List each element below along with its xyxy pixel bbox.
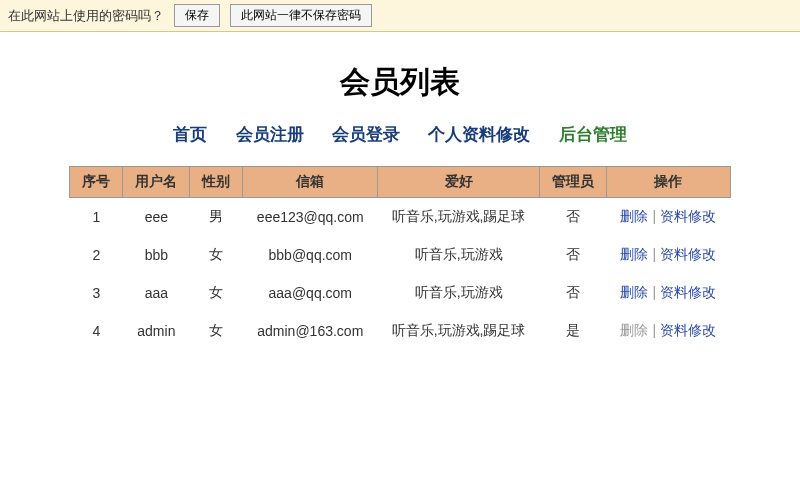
delete-link[interactable]: 删除 bbox=[620, 208, 648, 224]
cell-hobby: 听音乐,玩游戏,踢足球 bbox=[378, 198, 540, 237]
cell-username: admin bbox=[123, 312, 190, 350]
nav-profile[interactable]: 个人资料修改 bbox=[428, 125, 530, 144]
cell-gender: 女 bbox=[190, 236, 243, 274]
col-username: 用户名 bbox=[123, 167, 190, 198]
cell-gender: 女 bbox=[190, 274, 243, 312]
notification-text: 在此网站上使用的密码吗？ bbox=[8, 7, 164, 25]
cell-username: bbb bbox=[123, 236, 190, 274]
delete-link: 删除 bbox=[620, 322, 648, 338]
save-password-button[interactable]: 保存 bbox=[174, 4, 220, 27]
delete-link[interactable]: 删除 bbox=[620, 284, 648, 300]
col-gender: 性别 bbox=[190, 167, 243, 198]
cell-seq: 4 bbox=[70, 312, 123, 350]
cell-email: eee123@qq.com bbox=[243, 198, 378, 237]
cell-seq: 2 bbox=[70, 236, 123, 274]
col-seq: 序号 bbox=[70, 167, 123, 198]
cell-email: admin@163.com bbox=[243, 312, 378, 350]
cell-email: bbb@qq.com bbox=[243, 236, 378, 274]
action-separator: | bbox=[652, 246, 656, 262]
members-table: 序号 用户名 性别 信箱 爱好 管理员 操作 1eee男eee123@qq.co… bbox=[69, 166, 730, 350]
never-save-password-button[interactable]: 此网站一律不保存密码 bbox=[230, 4, 372, 27]
password-save-notification: 在此网站上使用的密码吗？ 保存 此网站一律不保存密码 bbox=[0, 0, 800, 32]
cell-gender: 女 bbox=[190, 312, 243, 350]
table-row: 2bbb女bbb@qq.com听音乐,玩游戏否删除|资料修改 bbox=[70, 236, 730, 274]
cell-gender: 男 bbox=[190, 198, 243, 237]
cell-actions: 删除|资料修改 bbox=[606, 274, 730, 312]
page-title: 会员列表 bbox=[0, 62, 800, 103]
table-header-row: 序号 用户名 性别 信箱 爱好 管理员 操作 bbox=[70, 167, 730, 198]
cell-username: eee bbox=[123, 198, 190, 237]
nav-home[interactable]: 首页 bbox=[173, 125, 207, 144]
cell-hobby: 听音乐,玩游戏,踢足球 bbox=[378, 312, 540, 350]
cell-hobby: 听音乐,玩游戏 bbox=[378, 274, 540, 312]
cell-hobby: 听音乐,玩游戏 bbox=[378, 236, 540, 274]
action-separator: | bbox=[652, 284, 656, 300]
cell-admin: 是 bbox=[539, 312, 606, 350]
nav-admin[interactable]: 后台管理 bbox=[559, 125, 627, 144]
nav-register[interactable]: 会员注册 bbox=[236, 125, 304, 144]
cell-admin: 否 bbox=[539, 236, 606, 274]
action-separator: | bbox=[652, 208, 656, 224]
nav-login[interactable]: 会员登录 bbox=[332, 125, 400, 144]
cell-admin: 否 bbox=[539, 274, 606, 312]
edit-link[interactable]: 资料修改 bbox=[660, 246, 716, 262]
cell-actions: 删除|资料修改 bbox=[606, 198, 730, 237]
delete-link[interactable]: 删除 bbox=[620, 246, 648, 262]
edit-link[interactable]: 资料修改 bbox=[660, 284, 716, 300]
edit-link[interactable]: 资料修改 bbox=[660, 208, 716, 224]
cell-seq: 1 bbox=[70, 198, 123, 237]
table-row: 1eee男eee123@qq.com听音乐,玩游戏,踢足球否删除|资料修改 bbox=[70, 198, 730, 237]
col-admin: 管理员 bbox=[539, 167, 606, 198]
cell-seq: 3 bbox=[70, 274, 123, 312]
cell-username: aaa bbox=[123, 274, 190, 312]
cell-actions: 删除|资料修改 bbox=[606, 312, 730, 350]
cell-admin: 否 bbox=[539, 198, 606, 237]
table-row: 4admin女admin@163.com听音乐,玩游戏,踢足球是删除|资料修改 bbox=[70, 312, 730, 350]
main-nav: 首页 会员注册 会员登录 个人资料修改 后台管理 bbox=[0, 123, 800, 146]
cell-actions: 删除|资料修改 bbox=[606, 236, 730, 274]
col-hobby: 爱好 bbox=[378, 167, 540, 198]
col-actions: 操作 bbox=[606, 167, 730, 198]
edit-link[interactable]: 资料修改 bbox=[660, 322, 716, 338]
action-separator: | bbox=[652, 322, 656, 338]
cell-email: aaa@qq.com bbox=[243, 274, 378, 312]
table-row: 3aaa女aaa@qq.com听音乐,玩游戏否删除|资料修改 bbox=[70, 274, 730, 312]
col-email: 信箱 bbox=[243, 167, 378, 198]
